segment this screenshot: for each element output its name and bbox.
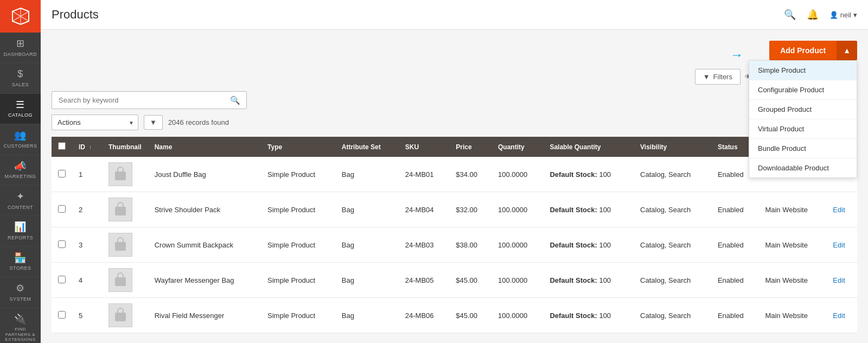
- row-visibility: Catalog, Search: [634, 192, 711, 227]
- dropdown-item-virtual[interactable]: Virtual Product: [749, 119, 857, 139]
- table-row: 2 Strive Shoulder Pack Simple Product Ba…: [52, 192, 857, 227]
- row-sku: 24-MB01: [399, 157, 450, 192]
- sidebar-item-dashboard[interactable]: ⊞ DASHBOARD: [0, 33, 41, 63]
- sidebar-item-catalog[interactable]: ☰ CATALOG: [0, 94, 41, 124]
- extensions-icon: 🔌: [14, 314, 27, 326]
- sidebar-item-content[interactable]: ✦ CONTENT: [0, 186, 41, 216]
- row-website: Main Website: [758, 263, 826, 298]
- notifications-icon[interactable]: 🔔: [807, 9, 819, 21]
- table-row: 5 Rival Field Messenger Simple Product B…: [52, 298, 857, 333]
- dropdown-item-simple[interactable]: Simple Product: [749, 61, 857, 80]
- row-visibility: Catalog, Search: [634, 298, 711, 333]
- actions-select[interactable]: Actions: [52, 115, 138, 130]
- add-product-group: Add Product ▲ Simple Product Configurabl…: [769, 41, 857, 60]
- sidebar-item-marketing[interactable]: 📣 MARKETING: [0, 155, 41, 186]
- search-input-wrap: 🔍: [52, 91, 247, 109]
- row-checkbox[interactable]: [58, 240, 66, 248]
- col-header-price[interactable]: Price: [449, 137, 492, 157]
- row-website: Main Website: [758, 192, 826, 227]
- col-header-type[interactable]: Type: [261, 137, 335, 157]
- sidebar-item-find-extensions[interactable]: 🔌 FIND PARTNERS & EXTENSIONS: [0, 308, 41, 343]
- row-quantity: 100.0000: [492, 227, 543, 263]
- edit-link[interactable]: Edit: [833, 276, 845, 284]
- sidebar-item-customers[interactable]: 👥 CUSTOMERS: [0, 124, 41, 155]
- row-name: Rival Field Messenger: [148, 298, 261, 333]
- row-attribute-set: Bag: [335, 263, 399, 298]
- col-header-thumbnail: Thumbnail: [102, 137, 148, 157]
- search-bar: 🔍: [52, 91, 857, 109]
- row-checkbox[interactable]: [58, 311, 66, 319]
- edit-link[interactable]: Edit: [833, 312, 845, 320]
- col-header-id[interactable]: ID ↑: [72, 137, 102, 157]
- dropdown-item-configurable[interactable]: Configurable Product: [749, 80, 857, 100]
- row-salable-qty: Default Stock: 100: [543, 192, 634, 227]
- search-input[interactable]: [52, 91, 247, 109]
- col-header-visibility[interactable]: Visibility: [634, 137, 711, 157]
- row-sku: 24-MB03: [399, 227, 450, 263]
- col-header-attribute-set[interactable]: Attribute Set: [335, 137, 399, 157]
- col-header-salable-qty[interactable]: Salable Quantity: [543, 137, 634, 157]
- row-attribute-set: Bag: [335, 227, 399, 263]
- search-submit-button[interactable]: 🔍: [224, 91, 247, 109]
- row-checkbox[interactable]: [58, 170, 66, 177]
- col-header-quantity[interactable]: Quantity: [492, 137, 543, 157]
- thumbnail-image: [108, 233, 132, 257]
- edit-link[interactable]: Edit: [833, 206, 845, 214]
- sidebar-item-system[interactable]: ⚙ SYSTEM: [0, 277, 41, 308]
- row-salable-qty: Default Stock: 100: [543, 157, 634, 192]
- actions-dropdown-btn[interactable]: ▼: [144, 115, 163, 130]
- thumbnail-image: [108, 162, 132, 186]
- bag-icon: [112, 237, 129, 253]
- sales-icon: $: [17, 68, 23, 80]
- col-header-name[interactable]: Name: [148, 137, 261, 157]
- thumbnail-image: [108, 303, 132, 327]
- dashboard-icon: ⊞: [16, 38, 25, 50]
- row-thumbnail: [102, 298, 148, 333]
- add-product-toolbar: → Add Product ▲ Simple Product Configura…: [52, 41, 857, 60]
- global-search-icon[interactable]: 🔍: [784, 9, 796, 21]
- dropdown-item-grouped[interactable]: Grouped Product: [749, 100, 857, 119]
- bag-icon: [112, 166, 129, 182]
- user-menu[interactable]: 👤 neil ▾: [829, 11, 857, 19]
- row-visibility: Catalog, Search: [634, 227, 711, 263]
- topbar: Products 🔍 🔔 👤 neil ▾: [41, 0, 868, 30]
- row-checkbox[interactable]: [58, 205, 66, 213]
- stores-icon: 🏪: [14, 252, 27, 264]
- select-all-checkbox[interactable]: [58, 142, 66, 150]
- dropdown-item-downloadable[interactable]: Downloadable Product: [749, 158, 857, 177]
- filters-button[interactable]: ▼ Filters: [695, 69, 741, 85]
- sidebar-item-reports[interactable]: 📊 REPORTS: [0, 216, 41, 246]
- row-sku: 24-MB06: [399, 298, 450, 333]
- content-icon: ✦: [16, 191, 25, 203]
- bag-icon: [112, 201, 129, 218]
- col-header-checkbox: [52, 137, 72, 157]
- thumbnail-image: [108, 198, 132, 221]
- sidebar-item-stores[interactable]: 🏪 STORES: [0, 247, 41, 277]
- sidebar: ⊞ DASHBOARD $ SALES ☰ CATALOG 👥 CUSTOMER…: [0, 0, 41, 343]
- row-sku: 24-MB05: [399, 263, 450, 298]
- bag-icon: [112, 272, 129, 288]
- user-dropdown-arrow: ▾: [853, 11, 857, 19]
- app-logo[interactable]: [0, 0, 41, 33]
- filter-icon: ▼: [703, 73, 710, 81]
- dropdown-item-bundle[interactable]: Bundle Product: [749, 139, 857, 158]
- edit-link[interactable]: Edit: [833, 241, 845, 249]
- row-id: 2: [72, 192, 102, 227]
- col-header-sku[interactable]: SKU: [399, 137, 450, 157]
- add-product-dropdown-toggle[interactable]: ▲: [837, 41, 857, 60]
- row-type: Simple Product: [261, 157, 335, 192]
- row-quantity: 100.0000: [492, 192, 543, 227]
- row-visibility: Catalog, Search: [634, 263, 711, 298]
- row-checkbox[interactable]: [58, 276, 66, 283]
- row-name: Crown Summit Backpack: [148, 227, 261, 263]
- row-price: $45.00: [449, 263, 492, 298]
- add-product-button[interactable]: Add Product: [769, 41, 837, 60]
- row-sku: 24-MB04: [399, 192, 450, 227]
- svg-rect-1: [115, 207, 126, 215]
- table-row: 4 Wayfarer Messenger Bag Simple Product …: [52, 263, 857, 298]
- filter-bar: ▼ Filters 👁 Default View ▾ Columns ▾: [52, 69, 857, 85]
- row-name: Joust Duffle Bag: [148, 157, 261, 192]
- row-type: Simple Product: [261, 298, 335, 333]
- row-action: Edit: [826, 263, 857, 298]
- sidebar-item-sales[interactable]: $ SALES: [0, 63, 41, 93]
